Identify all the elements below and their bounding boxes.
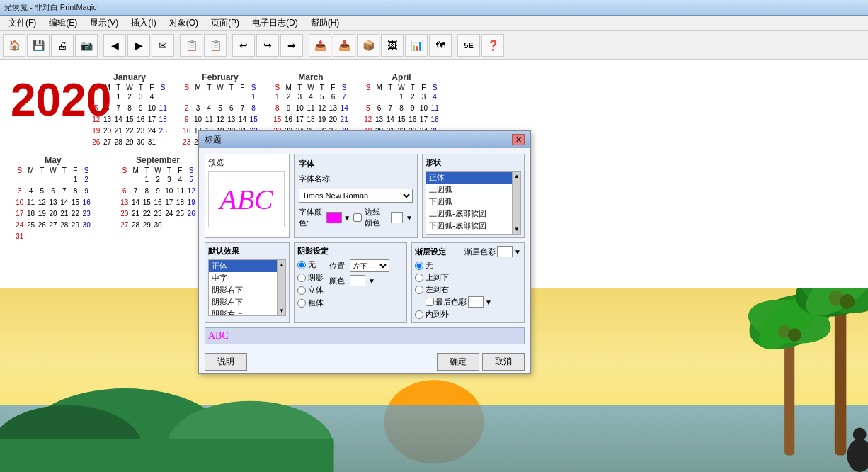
shape-item-3[interactable]: 上圆弧-底部软圆 [426, 208, 512, 220]
border-color-arrow[interactable]: ▼ [406, 214, 413, 222]
tb-print[interactable]: 🖨 [51, 34, 74, 57]
shadow-option-bold[interactable]: 粗体 [297, 298, 324, 308]
tb-save[interactable]: 💾 [27, 34, 50, 57]
font-name-row: 字体名称: [299, 174, 413, 184]
tb-back[interactable]: ◀ [103, 34, 126, 57]
layer-option-inside-out[interactable]: 内到外 [415, 309, 521, 320]
menu-help[interactable]: 帮助(H) [305, 16, 346, 30]
title-bar-text: 光恢魔 - 非对白 PrintMagic [4, 2, 97, 13]
last-color-swatch[interactable] [468, 296, 484, 308]
menu-diary[interactable]: 电子日志(D) [246, 16, 304, 30]
menu-view[interactable]: 显示(V) [84, 16, 124, 30]
shadow-option-shadow[interactable]: 阴影 [297, 272, 324, 283]
calendar-area: 2020 January SMTWTFS 1234 567891011 1213… [0, 60, 868, 472]
layer-radio-top-bottom[interactable] [415, 274, 423, 282]
year-display: 2020 [11, 74, 111, 126]
tb-undo[interactable]: ↩ [232, 34, 255, 57]
shadow-color-arrow[interactable]: ▼ [368, 277, 375, 285]
section-shadow: 阴影设定 无 阴影 [294, 242, 407, 323]
svg-point-20 [853, 428, 867, 442]
shape-item-2[interactable]: 下圆弧 [426, 196, 512, 208]
shadow-color-swatch[interactable] [350, 275, 365, 286]
shape-item-0[interactable]: 正体 [426, 172, 512, 184]
section-shape: 形状 正体 上圆弧 下圆弧 上圆弧-底部软圆 下圆弧-底部软圆 上圆弧-上方软圆 [422, 154, 525, 238]
default-item-0[interactable]: 正体 [209, 260, 277, 272]
preview-label: 预览 [208, 157, 286, 168]
border-color-label: 边线颜色 [365, 207, 388, 228]
font-color-label: 字体颜色: [299, 207, 324, 228]
border-color-swatch[interactable] [391, 212, 403, 223]
tb-redo2[interactable]: ➡ [280, 34, 303, 57]
shadow-option-none[interactable]: 无 [297, 259, 324, 270]
font-section-label: 字体 [299, 159, 413, 169]
month-title-mar: March [272, 72, 350, 82]
font-name-select[interactable]: Times New Roman [299, 189, 413, 203]
dialog-body: 预览 ABC 字体 字体名称: Times New Roman [199, 148, 530, 350]
shadow-radio-bold[interactable] [297, 299, 306, 308]
shape-list: 正体 上圆弧 下圆弧 上圆弧-底部软圆 下圆弧-底部软圆 上圆弧-上方软圆 [426, 171, 513, 235]
tb-redo[interactable]: ↪ [256, 34, 279, 57]
svg-rect-6 [0, 439, 334, 472]
tb-5e[interactable]: 5E [457, 34, 480, 57]
shadow-radio-shadow[interactable] [297, 274, 306, 282]
default-item-1[interactable]: 中字 [209, 272, 277, 284]
tb-email[interactable]: ✉ [152, 34, 174, 57]
tb-camera[interactable]: 📷 [75, 34, 98, 57]
ok-button[interactable]: 确定 [437, 353, 479, 371]
shadow-radio-3d[interactable] [297, 286, 306, 295]
title-bar: 光恢魔 - 非对白 PrintMagic [0, 0, 868, 16]
text-input[interactable] [208, 330, 521, 342]
shape-item-5[interactable]: 上圆弧-上方软圆 [426, 232, 512, 235]
default-effect-scrollbar[interactable]: ▲ ▼ [278, 259, 286, 316]
shape-item-1[interactable]: 上圆弧 [426, 184, 512, 196]
section-preview: 预览 ABC [205, 154, 290, 238]
menu-file[interactable]: 文件(F) [3, 16, 42, 30]
shadow-position-select[interactable]: 左下右下左上右上 [350, 259, 389, 272]
tb-package[interactable]: 📦 [357, 34, 379, 57]
dialog-title-bar: 标题 ✕ [199, 131, 530, 148]
tb-frame[interactable]: 🖼 [381, 34, 404, 57]
border-color-checkbox[interactable] [353, 213, 362, 222]
menu-edit[interactable]: 编辑(E) [43, 16, 83, 30]
shadow-radio-none[interactable] [297, 261, 306, 269]
shadow-option-3d[interactable]: 立体 [297, 285, 324, 296]
layer-color-arrow[interactable]: ▼ [514, 248, 521, 256]
layer-option-none[interactable]: 无 [415, 260, 521, 271]
layer-option-left-right[interactable]: 左到右 [415, 284, 521, 295]
layer-color-label: 渐层色彩 [464, 247, 496, 257]
default-item-3[interactable]: 阴影左下 [209, 296, 277, 308]
toolbar: 🏠 💾 🖨 📷 ◀ ▶ ✉ 📋 📋 ↩ ↪ ➡ 📤 📥 📦 🖼 📊 🗺 5E ❓ [0, 31, 868, 60]
tb-import[interactable]: 📥 [333, 34, 355, 57]
tb-home[interactable]: 🏠 [3, 34, 25, 57]
layer-option-top-bottom[interactable]: 上到下 [415, 272, 521, 283]
layer-color-swatch[interactable] [497, 246, 513, 257]
shape-scrollbar[interactable]: ▲ ▼ [513, 171, 521, 235]
tb-chart[interactable]: 📊 [405, 34, 428, 57]
menu-object[interactable]: 对象(O) [164, 16, 204, 30]
last-color-arrow[interactable]: ▼ [485, 298, 492, 306]
tb-help[interactable]: ❓ [481, 34, 504, 57]
tb-export[interactable]: 📤 [309, 34, 331, 57]
dialog-close-button[interactable]: ✕ [512, 134, 525, 145]
menu-page[interactable]: 页面(P) [205, 16, 245, 30]
menu-insert[interactable]: 插入(I) [125, 16, 161, 30]
tb-map[interactable]: 🗺 [429, 34, 452, 57]
default-item-2[interactable]: 阴影右下 [209, 284, 277, 296]
layer-section-label: 渐层设定 [415, 247, 446, 257]
shadow-color-label: 颜色: [329, 276, 347, 286]
layer-radio-inside-out[interactable] [415, 310, 423, 319]
menu-bar: 文件(F) 编辑(E) 显示(V) 插入(I) 对象(O) 页面(P) 电子日志… [0, 16, 868, 31]
default-effect-list: 正体 中字 阴影右下 阴影左下 阴影右上 阴影左上 [208, 259, 278, 316]
last-color-checkbox[interactable] [426, 298, 434, 306]
shape-item-4[interactable]: 下圆弧-底部软圆 [426, 220, 512, 232]
tb-copy2[interactable]: 📋 [204, 34, 227, 57]
font-color-swatch[interactable] [326, 212, 342, 223]
tb-forward[interactable]: ▶ [127, 34, 150, 57]
tb-copy1[interactable]: 📋 [180, 34, 202, 57]
help-button[interactable]: 说明 [205, 353, 247, 371]
cancel-button[interactable]: 取消 [482, 353, 525, 371]
layer-radio-left-right[interactable] [415, 286, 423, 294]
default-item-4[interactable]: 阴影右上 [209, 308, 277, 316]
font-color-arrow[interactable]: ▼ [343, 214, 350, 222]
layer-radio-none[interactable] [415, 262, 423, 270]
